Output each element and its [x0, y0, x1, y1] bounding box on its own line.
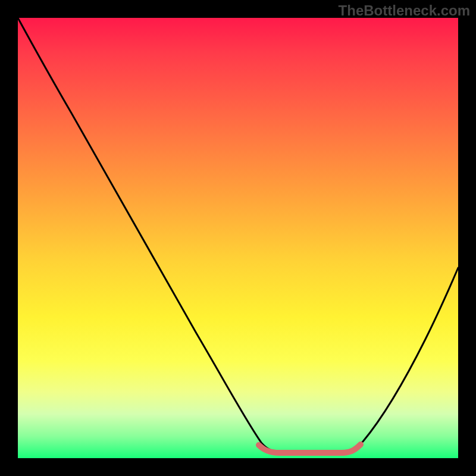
- curve-svg: [18, 18, 458, 458]
- chart-frame: TheBottleneck.com: [0, 0, 476, 476]
- watermark-text: TheBottleneck.com: [339, 2, 470, 19]
- bottleneck-curve: [18, 18, 458, 452]
- optimal-range-highlight: [259, 444, 361, 453]
- plot-area: [18, 18, 458, 458]
